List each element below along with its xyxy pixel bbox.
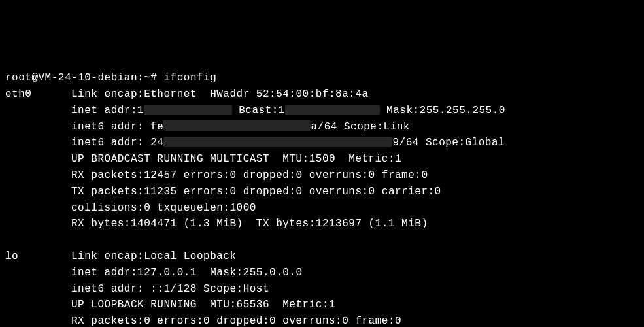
prompt-cwd: ~ bbox=[144, 72, 150, 84]
lo-flags: UP LOOPBACK RUNNING MTU:65536 Metric:1 bbox=[71, 299, 335, 311]
eth0-flags: UP BROADCAST RUNNING MULTICAST MTU:1500 … bbox=[71, 153, 401, 165]
lo-inet6: inet6 addr: ::1/128 Scope:Host bbox=[71, 283, 269, 295]
eth0-coll: collisions:0 txqueuelen:1000 bbox=[71, 202, 256, 214]
redacted-block bbox=[163, 120, 311, 131]
prompt-host: VM-24-10-debian bbox=[39, 72, 138, 84]
eth0-bcast-pre: Bcast:1 bbox=[239, 105, 285, 116]
prompt-user: root bbox=[5, 72, 31, 84]
lo-rx: RX packets:0 errors:0 dropped:0 overruns… bbox=[71, 315, 401, 327]
eth0-link: Link encap:Ethernet HWaddr 52:54:00:bf:8… bbox=[71, 88, 369, 100]
eth0-inet6a-post: a/64 Scope:Link bbox=[311, 121, 410, 133]
prompt-symbol: # bbox=[150, 72, 157, 84]
lo-link: Link encap:Local Loopback bbox=[71, 250, 237, 262]
eth0-inet-pre: inet addr:1 bbox=[71, 105, 144, 116]
iface-eth0-name: eth0 bbox=[5, 88, 31, 100]
eth0-inet6b-post: 9/64 Scope:Global bbox=[392, 137, 505, 148]
eth0-inet6b-pre: inet6 addr: 24 bbox=[71, 137, 163, 148]
iface-lo-name: lo bbox=[5, 250, 18, 262]
redacted-block bbox=[163, 137, 392, 147]
lo-inet: inet addr:127.0.0.1 Mask:255.0.0.0 bbox=[71, 267, 303, 279]
eth0-mask: Mask:255.255.255.0 bbox=[386, 105, 505, 116]
eth0-rx: RX packets:12457 errors:0 dropped:0 over… bbox=[71, 169, 428, 181]
eth0-inet6a-pre: inet6 addr: fe bbox=[71, 121, 163, 133]
redacted-block bbox=[144, 105, 232, 115]
command-input[interactable]: ifconfig bbox=[163, 72, 216, 84]
eth0-tx: TX packets:11235 errors:0 dropped:0 over… bbox=[71, 186, 441, 198]
redacted-block bbox=[285, 105, 380, 115]
eth0-bytes: RX bytes:1404471 (1.3 MiB) TX bytes:1213… bbox=[71, 218, 428, 230]
